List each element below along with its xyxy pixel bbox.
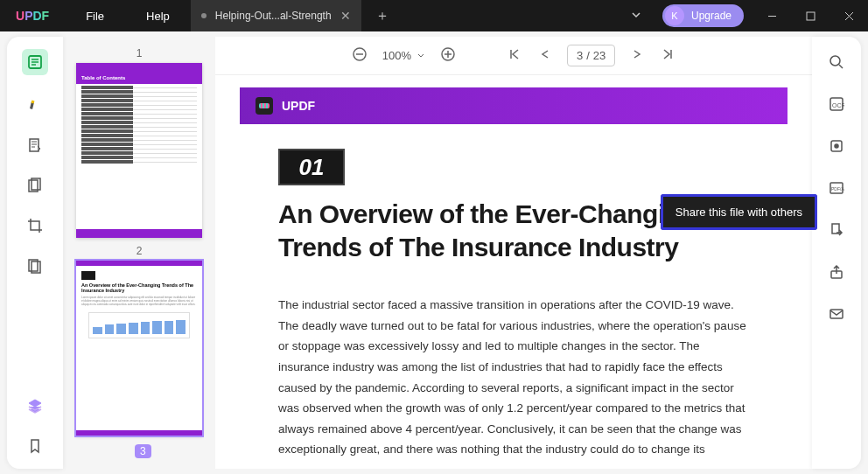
thumbnail-2[interactable]: An Overview of the Ever-Changing Trends …: [76, 261, 202, 436]
page-indicator[interactable]: 3 / 23: [567, 45, 615, 66]
svg-point-13: [835, 144, 838, 148]
maximize-button[interactable]: [791, 0, 830, 31]
close-window-button[interactable]: [830, 0, 868, 31]
doc-header: UPDF: [240, 87, 788, 124]
main-area: 1 Table of Contents 2 An Overview of the…: [0, 31, 868, 474]
svg-text:OCR: OCR: [832, 102, 844, 108]
pdfa-button[interactable]: PDF/A: [827, 178, 846, 198]
page-viewport[interactable]: UPDF 01 An Overview of the Ever-Changing…: [215, 75, 812, 469]
organize-tool[interactable]: [24, 175, 46, 196]
zoom-in-button[interactable]: [441, 47, 455, 64]
mail-button[interactable]: [827, 304, 846, 324]
view-toolbar: 100% 3 / 23: [215, 37, 812, 75]
add-tab-button[interactable]: ＋: [361, 7, 403, 25]
document-area: 100% 3 / 23 UPDF 01 An Overview of the E…: [215, 37, 812, 469]
last-page-button[interactable]: [661, 47, 675, 64]
bookmark-tool[interactable]: [24, 436, 46, 457]
close-tab-icon[interactable]: ✕: [340, 9, 351, 23]
menu-help[interactable]: Help: [125, 10, 191, 23]
tab-indicator-icon: [201, 13, 206, 18]
share-tooltip-callout: Share this file with others: [661, 194, 817, 230]
tabs-dropdown-icon[interactable]: [619, 10, 654, 23]
page-current: 3: [577, 49, 583, 62]
search-button[interactable]: [827, 52, 846, 72]
svg-rect-18: [830, 310, 843, 318]
svg-rect-2: [30, 139, 38, 151]
layers-tool[interactable]: [24, 395, 46, 416]
app-logo: UPDF: [0, 9, 65, 23]
crop-tool[interactable]: [24, 215, 46, 236]
prev-page-button[interactable]: [537, 47, 551, 64]
brand-icon: [256, 97, 273, 115]
tooltip-text: Share this file with others: [661, 194, 817, 230]
page-total: 23: [593, 49, 606, 62]
thumbnail-1[interactable]: Table of Contents: [76, 63, 202, 238]
ocr-button[interactable]: OCR: [827, 94, 846, 114]
right-toolbar: OCR PDF/A: [812, 37, 861, 469]
export-button[interactable]: [827, 220, 846, 240]
minimize-button[interactable]: [752, 0, 791, 31]
flatten-button[interactable]: [827, 136, 846, 156]
thumb-number-3: 3: [135, 444, 151, 458]
thumb-number-2: 2: [66, 245, 212, 257]
user-avatar: K: [665, 6, 684, 25]
brand-name: UPDF: [282, 99, 315, 113]
left-toolbar: [7, 37, 63, 469]
comment-tool[interactable]: [24, 94, 46, 115]
next-page-button[interactable]: [631, 47, 645, 64]
chapter-number: 01: [278, 149, 345, 185]
document-tab[interactable]: Helping-Out...al-Strength ✕: [191, 0, 361, 31]
upgrade-button[interactable]: K Upgrade: [662, 4, 744, 27]
tools-menu[interactable]: [24, 255, 46, 276]
svg-point-9: [830, 56, 840, 66]
upgrade-label: Upgrade: [691, 10, 732, 22]
tab-title: Helping-Out...al-Strength: [215, 10, 332, 22]
edit-tool[interactable]: [24, 135, 46, 156]
zoom-level[interactable]: 100%: [382, 49, 425, 62]
first-page-button[interactable]: [508, 47, 522, 64]
menu-file[interactable]: File: [65, 10, 125, 23]
zoom-out-button[interactable]: [353, 47, 367, 64]
thumbnails-panel[interactable]: 1 Table of Contents 2 An Overview of the…: [63, 37, 215, 474]
share-button[interactable]: [827, 262, 846, 282]
reader-tool[interactable]: [22, 49, 48, 75]
svg-rect-0: [807, 12, 815, 20]
thumb-number-1: 1: [66, 47, 212, 59]
title-bar: UPDF File Help Helping-Out...al-Strength…: [0, 0, 868, 31]
chapter-body: The industrial sector faced a massive tr…: [278, 295, 749, 460]
svg-text:PDF/A: PDF/A: [831, 186, 844, 192]
